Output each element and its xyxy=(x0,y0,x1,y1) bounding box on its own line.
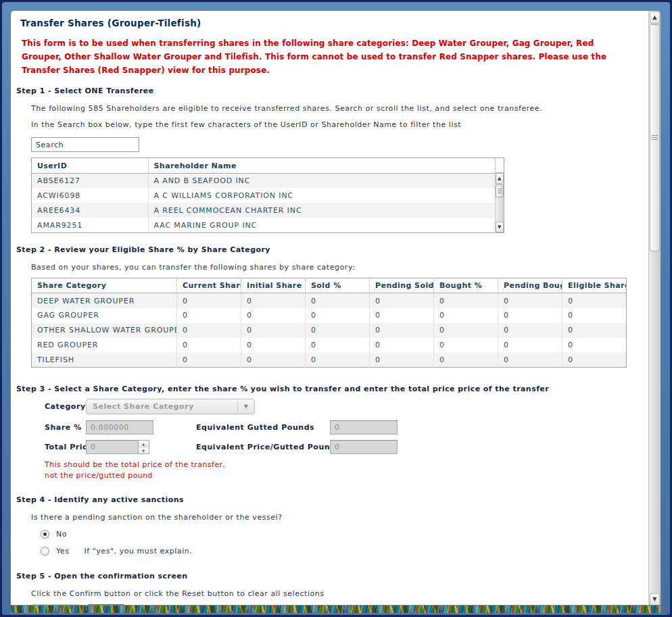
table-cell: 0 xyxy=(498,323,562,338)
column-header-eligible-share: Eligible Share % xyxy=(562,278,627,293)
transferee-table: UserID Shareholder Name ABSE6127A AND B … xyxy=(32,158,495,232)
table-cell[interactable]: A REEL COMMOCEAN CHARTER INC xyxy=(148,203,495,218)
sanction-no-label: No xyxy=(56,530,67,539)
transferee-listbox: UserID Shareholder Name ABSE6127A AND B … xyxy=(31,157,504,233)
table-cell: 0 xyxy=(241,323,306,338)
table-cell: 0 xyxy=(562,308,627,323)
table-cell: 0 xyxy=(370,308,434,323)
table-cell: 0 xyxy=(434,338,498,353)
main-scroll-down-icon[interactable]: ▼ xyxy=(650,593,660,606)
column-header-userid[interactable]: UserID xyxy=(32,158,148,173)
table-cell: 0 xyxy=(241,338,306,353)
sanction-question: Is there a pending sanction on the share… xyxy=(31,513,648,522)
search-input[interactable] xyxy=(31,137,139,152)
equivalent-gutted-pounds-input[interactable] xyxy=(330,420,398,435)
main-scrollbar[interactable]: ▲ ▼ xyxy=(648,11,661,606)
table-cell[interactable]: A AND B SEAFOOD INC xyxy=(148,173,495,188)
share-percent-label: Share % xyxy=(45,423,86,432)
table-row: OTHER SHALLOW WATER GROUPER0000000 xyxy=(32,323,627,338)
table-cell: 0 xyxy=(306,338,370,353)
table-cell: 0 xyxy=(562,293,627,308)
table-cell: 0 xyxy=(177,323,241,338)
table-row[interactable]: AMAR9251AAC MARINE GROUP INC xyxy=(32,218,495,232)
main-scrollbar-thumb[interactable] xyxy=(650,24,660,251)
sanction-yes-label: Yes xyxy=(56,547,69,556)
step3-heading: Step 3 - Select a Share Category, enter … xyxy=(16,385,648,393)
table-cell: 0 xyxy=(177,293,241,308)
table-cell: 0 xyxy=(177,353,241,368)
chevron-down-icon[interactable]: ▼ xyxy=(238,403,254,410)
table-cell[interactable]: ACWI6098 xyxy=(32,188,148,203)
total-price-spinner: ▲ ▼ xyxy=(139,440,149,454)
column-header-initial-share: Initial Share % xyxy=(241,278,306,293)
equivalent-price-input[interactable] xyxy=(330,440,398,454)
step5-instruction: Click the Confirm button or click the Re… xyxy=(31,589,648,598)
table-cell: TILEFISH xyxy=(32,353,177,368)
form-content: Transfer Shares (Grouper-Tilefish) This … xyxy=(11,11,648,605)
scrollbar-header-cap xyxy=(496,158,504,173)
category-select-value: Select Share Category xyxy=(87,402,237,411)
transferee-scrollbar-column: ▲ ▼ xyxy=(495,158,504,232)
table-cell[interactable]: A C WILLIAMS CORPORATION INC xyxy=(148,188,495,203)
table-cell: 0 xyxy=(370,338,434,353)
column-header-shareholder-name[interactable]: Shareholder Name xyxy=(148,158,495,173)
table-row[interactable]: ACWI6098A C WILLIAMS CORPORATION INC xyxy=(32,188,495,203)
sanction-radio-no[interactable] xyxy=(41,530,49,539)
column-header-current-share: Current Share % xyxy=(177,278,241,293)
main-thumb-grip xyxy=(652,135,658,141)
step1-instruction-2: In the Search box below, type the first … xyxy=(31,120,648,129)
spinner-down-icon[interactable]: ▼ xyxy=(139,447,149,453)
column-header-share-category: Share Category xyxy=(32,278,177,293)
coral-reef-strip xyxy=(11,605,661,613)
table-cell: 0 xyxy=(434,308,498,323)
table-cell: 0 xyxy=(498,338,562,353)
equivalent-gutted-pounds-label: Equivalent Gutted Pounds xyxy=(196,423,330,432)
table-cell: 0 xyxy=(562,323,627,338)
table-cell: 0 xyxy=(306,353,370,368)
spinner-up-icon[interactable]: ▲ xyxy=(139,441,149,447)
scrollbar-thumb[interactable] xyxy=(496,184,504,197)
transferee-scrollbar[interactable]: ▲ ▼ xyxy=(496,173,504,232)
table-cell[interactable]: AAC MARINE GROUP INC xyxy=(148,218,495,232)
table-row: DEEP WATER GROUPER0000000 xyxy=(32,293,627,308)
table-row[interactable]: AREE6434A REEL COMMOCEAN CHARTER INC xyxy=(32,203,495,218)
table-row: RED GROUPER0000000 xyxy=(32,338,627,353)
thumb-grip xyxy=(498,189,502,194)
table-cell: 0 xyxy=(241,353,306,368)
step4-heading: Step 4 - Identify any active sanctions xyxy=(16,495,648,504)
table-row[interactable]: ABSE6127A AND B SEAFOOD INC xyxy=(32,173,495,188)
table-cell: 0 xyxy=(434,293,498,308)
total-price-input[interactable] xyxy=(86,440,139,454)
step1-heading: Step 1 - Select ONE Transferee xyxy=(16,87,648,95)
table-cell: 0 xyxy=(370,323,434,338)
table-cell[interactable]: ABSE6127 xyxy=(32,173,148,188)
table-cell: 0 xyxy=(177,338,241,353)
total-price-label: Total Price $ xyxy=(45,443,86,451)
step2-instruction: Based on your shares, you can transfer t… xyxy=(31,263,648,272)
main-scroll-up-icon[interactable]: ▲ xyxy=(650,11,660,24)
table-cell: 0 xyxy=(370,293,434,308)
category-select[interactable]: Select Share Category ▼ xyxy=(86,399,255,414)
column-header-pending-bought: Pending Bought % xyxy=(498,278,562,293)
table-row: GAG GROUPER0000000 xyxy=(32,308,627,323)
table-cell: 0 xyxy=(498,308,562,323)
share-percent-input[interactable] xyxy=(86,420,153,435)
sanction-radio-yes[interactable] xyxy=(41,547,49,556)
table-cell: 0 xyxy=(562,338,627,353)
table-cell: 0 xyxy=(306,293,370,308)
equivalent-price-label: Equivalent Price/Gutted Pound $ xyxy=(196,443,330,451)
column-header-bought: Bought % xyxy=(434,278,498,293)
table-cell: 0 xyxy=(498,293,562,308)
category-label: Category xyxy=(45,402,86,411)
table-cell[interactable]: AREE6434 xyxy=(32,203,148,218)
sanction-yes-note: If "yes", you must explain. xyxy=(84,547,192,556)
table-cell: DEEP WATER GROUPER xyxy=(32,293,177,308)
table-cell: GAG GROUPER xyxy=(32,308,177,323)
table-cell: 0 xyxy=(306,323,370,338)
table-cell: 0 xyxy=(241,308,306,323)
scroll-up-icon[interactable]: ▲ xyxy=(496,173,504,184)
table-cell: 0 xyxy=(434,353,498,368)
table-cell[interactable]: AMAR9251 xyxy=(32,218,148,232)
scroll-down-icon[interactable]: ▼ xyxy=(496,222,504,232)
table-cell: OTHER SHALLOW WATER GROUPER xyxy=(32,323,177,338)
